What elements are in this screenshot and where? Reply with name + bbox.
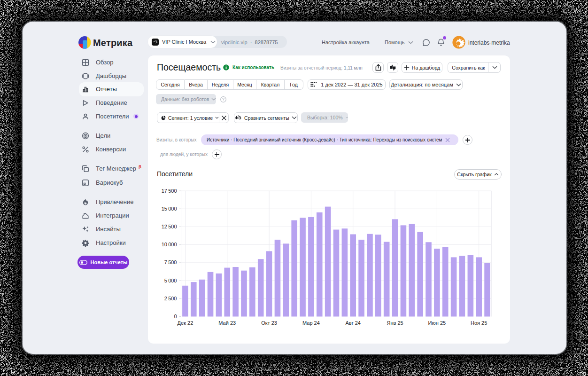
svg-text:Авг 24: Авг 24 bbox=[345, 320, 360, 326]
svg-text:Дек 22: Дек 22 bbox=[178, 320, 193, 326]
svg-text:7 500: 7 500 bbox=[164, 259, 177, 265]
svg-text:5 000: 5 000 bbox=[164, 278, 177, 283]
svg-text:10 000: 10 000 bbox=[162, 242, 177, 247]
svg-text:15 000: 15 000 bbox=[162, 206, 177, 212]
svg-text:2 500: 2 500 bbox=[164, 296, 177, 301]
svg-text:17 500: 17 500 bbox=[162, 188, 177, 194]
svg-text:Янв 25: Янв 25 bbox=[387, 320, 403, 326]
svg-text:0: 0 bbox=[174, 313, 177, 319]
svg-text:Ноя 25: Ноя 25 bbox=[471, 320, 487, 326]
svg-text:Окт 23: Окт 23 bbox=[261, 320, 277, 326]
svg-text:Июн 25: Июн 25 bbox=[428, 320, 446, 326]
svg-text:Май 23: Май 23 bbox=[218, 320, 236, 326]
svg-text:Мар 24: Мар 24 bbox=[302, 320, 320, 326]
svg-text:12 500: 12 500 bbox=[162, 224, 177, 229]
